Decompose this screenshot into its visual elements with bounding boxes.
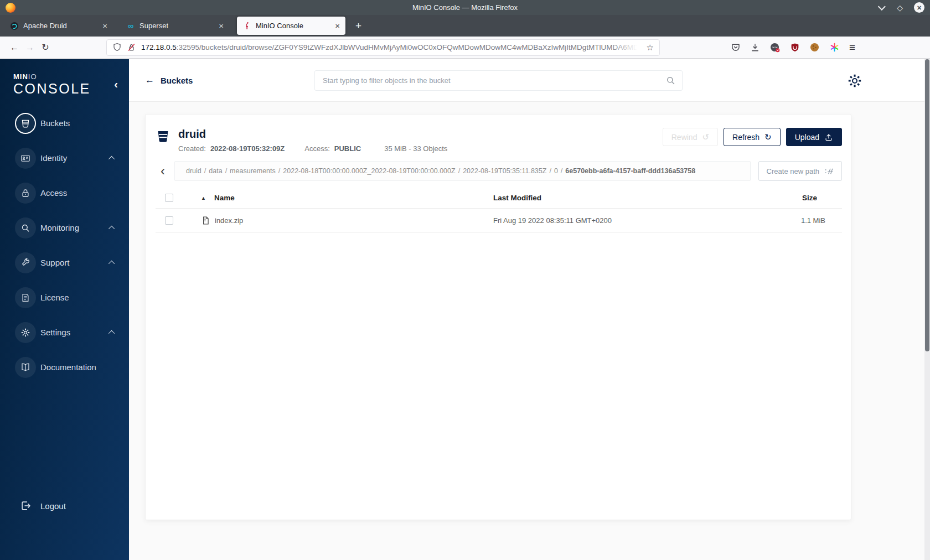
back-button[interactable]: ← (7, 43, 22, 53)
reload-button[interactable]: ↻ (38, 42, 53, 53)
bucket-icon (156, 129, 170, 144)
access-value[interactable]: PUBLIC (334, 144, 361, 153)
url-bar[interactable]: 172.18.0.5:32595/buckets/druid/browse/ZG… (106, 39, 660, 56)
path-segment[interactable]: 2022-08-18T00:00:00.000Z_2022-08-19T00:0… (283, 167, 455, 175)
chevron-up-icon (108, 261, 115, 267)
sidebar-collapse-icon[interactable]: ‹ (114, 78, 118, 91)
path-segment[interactable]: 2022-08-19T05:35:11.835Z (463, 167, 546, 175)
bucket-card: druid Created: 2022-08-19T05:32:09Z Acce… (145, 114, 851, 520)
search-icon (665, 75, 676, 86)
tab-superset[interactable]: ∞ Superset × (121, 17, 229, 35)
sidebar-item-label: Identity (40, 153, 67, 163)
sidebar-item-monitoring[interactable]: Monitoring (0, 210, 129, 245)
filter-objects-input[interactable] (314, 70, 683, 91)
account-containers-icon[interactable] (769, 42, 781, 53)
settings-gear-icon[interactable] (847, 73, 862, 89)
rewind-button[interactable]: Rewind ↺ (663, 128, 718, 146)
browser-toolbar: ← → ↻ 172.18.0.5:32595/buckets/druid/bro… (0, 37, 930, 59)
bucket-summary: 35 MiB - 33 Objects (384, 144, 447, 153)
create-path-label: Create new path (767, 167, 819, 175)
tab-apache-druid[interactable]: Apache Druid × (4, 17, 113, 35)
url-host: 172.18.0.5 (141, 43, 177, 51)
sidebar-item-buckets[interactable]: Buckets (0, 106, 129, 141)
id-card-icon (15, 148, 36, 169)
back-arrow-icon: ← (145, 75, 154, 86)
upload-icon (824, 133, 833, 142)
page-scrollbar-thumb[interactable] (925, 59, 929, 351)
bookmark-star-icon[interactable]: ☆ (647, 43, 654, 53)
column-header-name[interactable]: Name (214, 194, 235, 202)
downloads-icon[interactable] (750, 43, 760, 53)
sidebar-item-label: Documentation (40, 362, 96, 372)
window-maximize-icon[interactable]: ◇ (897, 3, 903, 12)
main-content: ← Buckets druid Created: 2022-08-19T05:3… (129, 59, 930, 560)
table-row[interactable]: index.zip Fri Aug 19 2022 08:35:11 GMT+0… (156, 209, 842, 233)
cookie-extension-icon[interactable] (809, 42, 820, 53)
tab-minio-console[interactable]: MinIO Console × (237, 17, 345, 35)
pinwheel-extension-icon[interactable] (829, 42, 840, 53)
browser-window: MinIO Console — Mozilla Firefox ◇ × Apac… (0, 0, 930, 560)
book-icon (15, 357, 36, 378)
bucket-name: druid (178, 128, 447, 141)
refresh-label: Refresh (732, 133, 760, 142)
path-segment[interactable]: druid (186, 167, 202, 175)
object-name[interactable]: index.zip (215, 216, 243, 225)
logout-icon (20, 500, 32, 512)
forward-button[interactable]: → (22, 43, 38, 53)
object-modified: Fri Aug 19 2022 08:35:11 GMT+0200 (493, 216, 781, 225)
tab-close-icon[interactable]: × (219, 21, 224, 30)
insecure-lock-icon[interactable] (127, 43, 136, 52)
column-header-modified[interactable]: Last Modified (493, 194, 781, 202)
hamburger-menu-icon[interactable]: ≡ (849, 42, 855, 54)
select-all-checkbox[interactable] (165, 194, 173, 202)
lock-icon (15, 183, 36, 204)
chevron-up-icon (108, 156, 115, 162)
logo-io: IO (28, 72, 37, 81)
path-separator: / (278, 167, 280, 175)
window-close-icon[interactable]: × (914, 2, 924, 13)
object-size: 1.1 MiB (781, 216, 842, 225)
url-text[interactable]: 172.18.0.5:32595/buckets/druid/browse/ZG… (141, 43, 642, 51)
tracking-shield-icon[interactable] (112, 43, 122, 52)
sidebar-item-settings[interactable]: Settings (0, 315, 129, 350)
column-header-size[interactable]: Size (781, 194, 842, 202)
sidebar-item-access[interactable]: Access (0, 175, 129, 210)
back-to-buckets-link[interactable]: ← Buckets (145, 75, 193, 86)
url-path: :32595/buckets/druid/browse/ZGF0YS9tZWFz… (177, 43, 642, 51)
page-scrollbar-track[interactable] (924, 59, 930, 560)
tab-label: Superset (140, 22, 168, 30)
logo-console: CONSOLE (13, 81, 116, 96)
tab-close-icon[interactable]: × (335, 21, 340, 30)
rewind-label: Rewind (671, 133, 698, 142)
created-label: Created: (178, 144, 206, 153)
path-back-chevron-icon[interactable]: ‹ (156, 164, 170, 178)
zip-file-icon (201, 216, 210, 225)
bucket-meta: Created: 2022-08-19T05:32:09Z Access: PU… (178, 144, 447, 153)
window-titlebar: MinIO Console — Mozilla Firefox ◇ × (0, 0, 930, 15)
pocket-icon[interactable] (731, 43, 741, 53)
sidebar-item-support[interactable]: Support (0, 245, 129, 280)
path-segment[interactable]: 0 (554, 167, 558, 175)
tab-close-icon[interactable]: × (102, 21, 107, 30)
row-checkbox[interactable] (165, 216, 173, 225)
upload-button[interactable]: Upload (786, 128, 842, 146)
create-new-path-button[interactable]: Create new path (758, 161, 842, 181)
path-segment[interactable]: data (209, 167, 222, 175)
logo-min: MIN (13, 72, 28, 81)
sidebar: MINIO CONSOLE ‹ Buckets Identity Access … (0, 59, 129, 560)
table-header-row: ▲ Name Last Modified Size (156, 188, 842, 209)
path-separator: / (561, 167, 562, 175)
sidebar-item-identity[interactable]: Identity (0, 141, 129, 175)
path-segment[interactable]: 6e570ebb-a6fa-4157-baff-ddd136a53758 (565, 167, 695, 175)
sidebar-item-label: Settings (40, 328, 70, 337)
ublock-icon[interactable] (790, 43, 800, 53)
sidebar-item-label: Buckets (40, 118, 70, 128)
path-segment[interactable]: measurements (230, 167, 276, 175)
sort-ascending-icon[interactable]: ▲ (201, 195, 206, 201)
sidebar-item-license[interactable]: License (0, 280, 129, 315)
sidebar-item-documentation[interactable]: Documentation (0, 350, 129, 385)
bucket-icon (15, 113, 36, 134)
sidebar-item-logout[interactable]: Logout (0, 494, 129, 518)
new-tab-button[interactable]: + (355, 20, 361, 32)
refresh-button[interactable]: Refresh ↻ (724, 128, 781, 146)
